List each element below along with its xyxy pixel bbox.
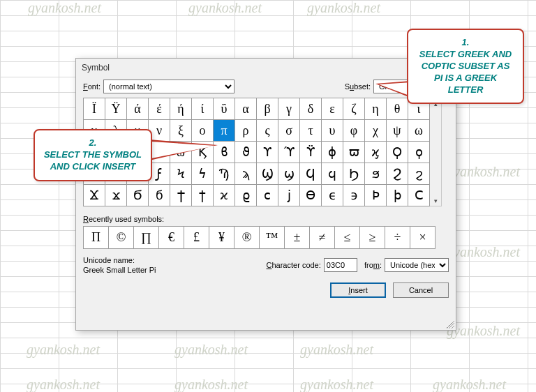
symbol-cell[interactable]: ς — [257, 120, 278, 142]
symbol-cell[interactable]: ϶ — [343, 185, 365, 206]
annotation-callout-2: 2. SELECT THE SYMBOL AND CLICK INSERT — [34, 129, 152, 181]
symbol-cell[interactable]: ξ — [170, 120, 192, 142]
recent-symbol-cell[interactable]: £ — [184, 227, 209, 249]
symbol-cell[interactable]: ϵ — [322, 185, 343, 206]
symbol-cell[interactable]: ϡ — [235, 163, 257, 185]
symbol-cell[interactable]: Ϯ — [170, 185, 192, 206]
symbol-cell[interactable]: ϳ — [278, 185, 300, 206]
symbol-cell[interactable]: υ — [322, 120, 343, 142]
symbol-cell[interactable]: ο — [192, 120, 214, 142]
symbol-cell[interactable]: Ϫ — [84, 185, 105, 206]
from-label: from: — [360, 261, 382, 269]
symbol-dialog: Symbol Font: (normal text) Subset: Greek… — [75, 58, 456, 331]
annotation-callout-1: 1. SELECT GREEK AND COPTIC SUBSET AS PI … — [407, 29, 524, 104]
symbol-cell[interactable]: Ϡ — [214, 163, 235, 185]
recent-symbol-cell[interactable]: ® — [234, 227, 260, 249]
symbol-cell[interactable]: ε — [322, 98, 343, 120]
symbol-cell[interactable]: β — [257, 98, 278, 120]
symbol-cell[interactable]: ϱ — [235, 185, 257, 206]
symbol-cell[interactable]: ώ — [170, 142, 192, 163]
symbol-cell[interactable]: γ — [278, 98, 300, 120]
symbol-cell[interactable]: ϸ — [387, 185, 408, 206]
symbol-cell[interactable]: Ϧ — [343, 163, 365, 185]
symbol-cell[interactable]: σ — [278, 120, 300, 142]
symbol-cell[interactable]: Ϊ — [84, 98, 105, 120]
recent-symbol-cell[interactable]: ≥ — [360, 227, 385, 249]
symbol-cell[interactable]: ω — [408, 120, 430, 142]
symbol-cell[interactable]: ϣ — [278, 163, 300, 185]
symbol-cell[interactable]: δ — [300, 98, 322, 120]
symbol-cell[interactable]: Ϭ — [127, 185, 149, 206]
symbol-cell[interactable]: Ϗ — [192, 142, 214, 163]
symbol-cell[interactable]: ϔ — [300, 142, 322, 163]
symbol-cell[interactable]: ϩ — [408, 163, 430, 185]
symbol-cell[interactable]: ϗ — [365, 142, 387, 163]
symbol-cell[interactable]: ϥ — [322, 163, 343, 185]
font-label: Font: — [83, 82, 100, 91]
recent-symbol-cell[interactable]: ™ — [260, 227, 285, 249]
symbol-cell[interactable]: ϙ — [408, 142, 430, 163]
symbol-cell[interactable]: ΰ — [214, 98, 235, 120]
symbol-cell[interactable]: Ϲ — [408, 185, 430, 206]
insert-button[interactable]: Insert — [330, 282, 386, 298]
symbol-cell[interactable]: ϖ — [343, 142, 365, 163]
symbol-cell[interactable]: ϴ — [300, 185, 322, 206]
recent-symbol-cell[interactable]: ± — [285, 227, 310, 249]
resize-grip-icon[interactable] — [446, 320, 454, 329]
unicode-name-value: Greek Small Letter Pi — [83, 266, 156, 274]
symbol-cell[interactable]: Ϙ — [387, 142, 408, 163]
scroll-down-icon[interactable]: ▾ — [430, 195, 441, 206]
recent-symbol-cell[interactable]: € — [159, 227, 184, 249]
recent-symbol-cell[interactable]: ¥ — [209, 227, 234, 249]
recent-symbol-cell[interactable]: ≠ — [310, 227, 335, 249]
symbol-cell[interactable]: ϯ — [192, 185, 214, 206]
subset-label: Subset: — [345, 82, 371, 91]
unicode-name-label: Unicode name: — [83, 256, 156, 264]
recent-symbols-grid: Π©∏€£¥®™±≠≤≥÷× — [83, 226, 436, 249]
symbol-cell[interactable]: Ϋ — [105, 98, 127, 120]
symbol-cell[interactable]: ϲ — [257, 185, 278, 206]
font-select[interactable]: (normal text) — [103, 80, 234, 93]
recent-symbol-cell[interactable]: Π — [84, 227, 109, 249]
symbol-cell[interactable]: α — [235, 98, 257, 120]
symbol-cell[interactable]: ψ — [387, 120, 408, 142]
symbol-cell[interactable]: ά — [127, 98, 149, 120]
symbol-cell[interactable]: ϫ — [105, 185, 127, 206]
symbol-cell[interactable]: τ — [300, 120, 322, 142]
recent-symbol-cell[interactable]: ∏ — [134, 227, 159, 249]
recent-symbol-cell[interactable]: ÷ — [385, 227, 410, 249]
char-code-input[interactable] — [324, 258, 357, 272]
from-select[interactable]: Unicode (hex) — [385, 258, 449, 272]
symbol-cell[interactable]: Ϥ — [300, 163, 322, 185]
symbol-cell[interactable]: θ — [387, 98, 408, 120]
recent-symbol-cell[interactable]: × — [410, 227, 436, 249]
symbol-cell[interactable]: φ — [343, 120, 365, 142]
recent-symbol-cell[interactable]: © — [109, 227, 134, 249]
symbol-cell[interactable]: ί — [192, 98, 214, 120]
symbol-cell[interactable]: ζ — [343, 98, 365, 120]
symbol-cell[interactable]: ϰ — [214, 185, 235, 206]
symbol-grid-scrollbar[interactable]: ▴ ▾ — [430, 98, 442, 206]
symbol-cell[interactable]: ϧ — [365, 163, 387, 185]
symbol-cell[interactable]: Ϸ — [365, 185, 387, 206]
symbol-cell[interactable]: Ϣ — [257, 163, 278, 185]
cancel-button[interactable]: Cancel — [393, 282, 449, 298]
symbol-cell[interactable]: π — [214, 120, 235, 142]
symbol-cell[interactable]: έ — [149, 98, 170, 120]
symbol-cell[interactable]: ϐ — [214, 142, 235, 163]
symbol-cell[interactable]: ρ — [235, 120, 257, 142]
symbol-cell[interactable]: ή — [170, 98, 192, 120]
symbol-cell[interactable]: χ — [365, 120, 387, 142]
symbol-cell[interactable]: ϟ — [192, 163, 214, 185]
symbol-cell[interactable]: η — [365, 98, 387, 120]
symbol-cell[interactable]: Ϟ — [170, 163, 192, 185]
recent-label: Recently used symbols: — [83, 215, 449, 223]
dialog-title: Symbol — [76, 59, 456, 77]
symbol-cell[interactable]: Ϩ — [387, 163, 408, 185]
recent-symbol-cell[interactable]: ≤ — [335, 227, 360, 249]
symbol-cell[interactable]: ϭ — [149, 185, 170, 206]
symbol-cell[interactable]: ϕ — [322, 142, 343, 163]
symbol-cell[interactable]: ϑ — [235, 142, 257, 163]
symbol-cell[interactable]: ϒ — [257, 142, 278, 163]
symbol-cell[interactable]: ϓ — [278, 142, 300, 163]
